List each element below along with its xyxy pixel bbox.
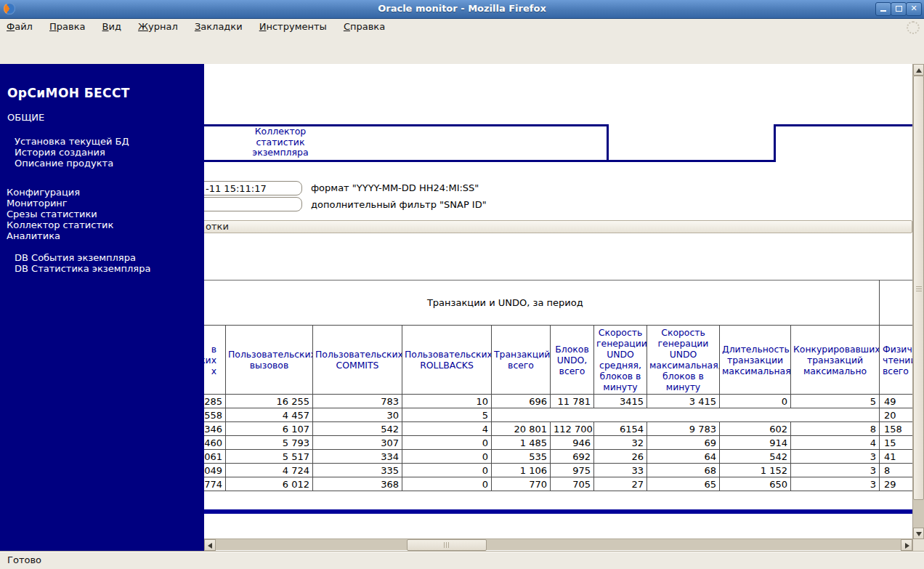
- table-cell: 0: [402, 436, 492, 450]
- table-cell: 5 793: [226, 436, 313, 450]
- sidebar-link-db-instance-events[interactable]: DB События экземпляра: [15, 252, 136, 263]
- table-cell: 49: [880, 395, 912, 408]
- table-row: 28516 2557831069611 78134153 4150549: [131, 395, 913, 408]
- table-row: 0615 51733405356922664542341: [131, 450, 913, 464]
- menu-view[interactable]: Вид: [96, 19, 128, 34]
- column-header[interactable]: Пользовательских вызовов: [226, 326, 313, 395]
- scroll-left-icon[interactable]: [204, 539, 216, 551]
- table-cell: 3415: [594, 395, 647, 408]
- column-header[interactable]: Длительность транзакции максимальная: [720, 326, 791, 395]
- sidebar-link-configuration[interactable]: Конфигурация: [7, 187, 80, 198]
- sidebar-link-statistics-collector[interactable]: Коллектор статистик: [7, 219, 113, 230]
- table-body: 28516 2557831069611 78134153 41505495584…: [131, 395, 913, 491]
- vertical-scrollbar-thumb[interactable]: [913, 76, 924, 500]
- tab-strip-line: [776, 124, 912, 126]
- menu-help[interactable]: Справка: [337, 19, 392, 34]
- window-title: Oracle monitor - Mozilla Firefox: [0, 3, 924, 14]
- table-cell: 29: [880, 477, 912, 491]
- table-cell: 5: [791, 395, 880, 408]
- table-cell: 650: [720, 477, 791, 491]
- table-cell: 535: [492, 450, 551, 464]
- table-cell: 335: [313, 464, 402, 477]
- periods-panel-button[interactable]: отки: [131, 220, 912, 233]
- table-cell: 15: [880, 436, 912, 450]
- menu-file[interactable]: Файл: [0, 19, 39, 34]
- title-bar: Oracle monitor - Mozilla Firefox ✕: [0, 0, 924, 19]
- vertical-scrollbar[interactable]: [912, 64, 924, 551]
- table-row: 4605 79330701 4859463269914415: [131, 436, 913, 450]
- column-header[interactable]: Скорость генерации UNDO средняя, блоков …: [594, 326, 647, 395]
- column-header[interactable]: Транзакций всего: [492, 326, 551, 395]
- scroll-down-icon[interactable]: [913, 528, 924, 539]
- sidebar-link-analytics[interactable]: Аналитика: [7, 230, 60, 241]
- sidebar-link-statistics-snapshots[interactable]: Срезы статистики: [7, 209, 97, 219]
- status-text: Готово: [7, 554, 41, 565]
- table-row: 3466 107542420 801112 70061549 783602815…: [131, 422, 913, 436]
- scroll-right-icon[interactable]: [901, 539, 912, 551]
- scroll-up-icon[interactable]: [913, 64, 924, 76]
- table-cell: 783: [313, 395, 402, 408]
- sidebar-link-monitoring[interactable]: Мониторинг: [7, 198, 68, 209]
- table-cell: 0: [402, 477, 492, 491]
- table-cell: 975: [551, 464, 594, 477]
- sidebar-link-product-description[interactable]: Описание продукта: [15, 158, 113, 169]
- table-cell: 914: [720, 436, 791, 450]
- horizontal-scrollbar[interactable]: [204, 538, 912, 550]
- table-cell: 8: [791, 422, 880, 436]
- table-cell: 33: [594, 464, 647, 477]
- table-cell: 4 724: [226, 464, 313, 477]
- table-cell: 307: [313, 436, 402, 450]
- table-cell: 32: [594, 436, 647, 450]
- table-cell: 41: [880, 450, 912, 464]
- table-title-row: Транзакции и UNDO, за период: [131, 281, 913, 326]
- column-header[interactable]: Конкурировавших транзакций максимально: [791, 326, 880, 395]
- table-wrapper: Транзакции и UNDO, за период в ких хПоль…: [131, 280, 912, 491]
- tab-strip-line: [607, 124, 609, 162]
- column-header[interactable]: Пользовательских COMMITS: [313, 326, 402, 395]
- table-cell: 69: [647, 436, 720, 450]
- table-cell: 0: [402, 464, 492, 477]
- table-cell: 692: [551, 450, 594, 464]
- menu-history[interactable]: Журнал: [131, 19, 185, 34]
- table-cell: 542: [720, 450, 791, 464]
- maximize-button[interactable]: [891, 2, 907, 16]
- table-cell: 112 700: [551, 422, 594, 436]
- table-cell: 602: [720, 422, 791, 436]
- table-cell: 368: [313, 477, 402, 491]
- throbber-icon: [907, 21, 920, 34]
- sidebar-link-creation-history[interactable]: История создания: [15, 147, 105, 158]
- column-header[interactable]: Блоков UNDO, всего: [551, 326, 594, 395]
- tab-statistics-collector[interactable]: Коллектор статистик экземпляра: [238, 126, 323, 158]
- menu-bookmarks[interactable]: Закладки: [188, 19, 249, 34]
- close-button[interactable]: ✕: [906, 2, 922, 16]
- column-header[interactable]: Скорость генерации UNDO максимальная, бл…: [647, 326, 720, 395]
- sidebar-link-set-current-db[interactable]: Установка текущей БД: [15, 136, 129, 147]
- sidebar-link-db-instance-statistics[interactable]: DB Статистика экземпляра: [15, 263, 150, 274]
- sidebar: ОрСиМОН БЕССТ ОБЩИЕ Установка текущей БД…: [0, 64, 204, 551]
- menu-edit[interactable]: Правка: [43, 19, 92, 34]
- horizontal-scrollbar-thumb[interactable]: [407, 539, 487, 551]
- table-cell: 1 106: [492, 464, 551, 477]
- column-header[interactable]: Пользовательских ROLLBACKS: [402, 326, 492, 395]
- page-content: Коллектор статистик экземпляра формат "Y…: [0, 64, 912, 551]
- table-cell: 20 801: [492, 422, 551, 436]
- table-cell: 30: [313, 408, 402, 422]
- table-cell: 10: [402, 395, 492, 408]
- table-row: 0494 72433501 10697533681 15238: [131, 464, 913, 477]
- column-header[interactable]: Физических чтений всего: [880, 326, 912, 395]
- table-cell: 6154: [594, 422, 647, 436]
- table-cell: 705: [551, 477, 594, 491]
- table-cell: 696: [492, 395, 551, 408]
- table-cell: 334: [313, 450, 402, 464]
- table-cell: 0: [720, 395, 791, 408]
- table-title-side-cell: [880, 281, 912, 326]
- table-cell: 5 517: [226, 450, 313, 464]
- minimize-button[interactable]: [875, 2, 891, 16]
- table-row: 7746 01236807707052765650329: [131, 477, 913, 491]
- menu-tools[interactable]: Инструменты: [253, 19, 333, 34]
- table-cell: 4: [402, 422, 492, 436]
- table-cell: 65: [647, 477, 720, 491]
- minimize-icon: [880, 10, 886, 12]
- table-cell: 3: [791, 477, 880, 491]
- table-bottom-separator: [131, 509, 912, 514]
